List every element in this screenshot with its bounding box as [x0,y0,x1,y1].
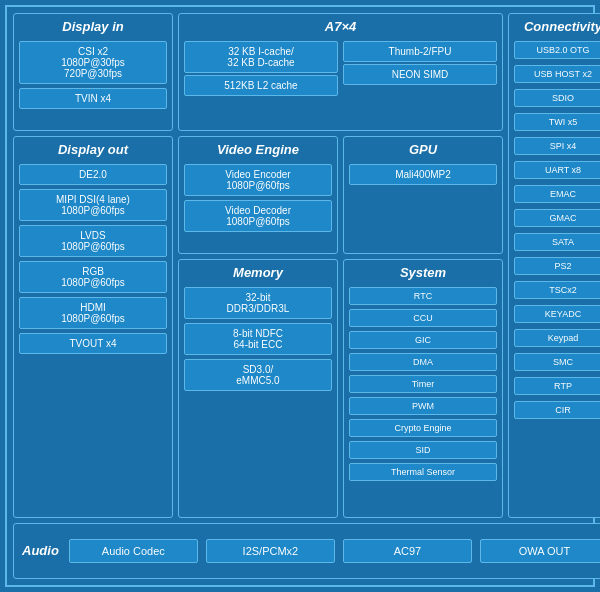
audio-block: Audio Audio Codec I2S/PCMx2 AC97 OWA OUT [13,523,600,579]
a7x4-title: A7×4 [325,19,356,34]
video-decoder: Video Decoder1080P@60fps [184,200,332,232]
conn-sata: SATA [514,233,600,251]
memory-ddr: 32-bitDDR3/DDR3L [184,287,332,319]
conn-keypad: Keypad [514,329,600,347]
conn-gmac: GMAC [514,209,600,227]
display-out-rgb: RGB1080P@60fps [19,261,167,293]
system-gic: GIC [349,331,497,349]
video-engine-block: Video Engine Video Encoder1080P@60fps Vi… [178,136,338,254]
display-out-hdmi: HDMI1080P@60fps [19,297,167,329]
conn-rtp: RTP [514,377,600,395]
audio-codec: Audio Codec [69,539,198,563]
connectivity-title: Connectivity [524,19,600,34]
audio-owa: OWA OUT [480,539,600,563]
display-in-item-tvin: TVIN x4 [19,88,167,109]
conn-tscx2: TSCx2 [514,281,600,299]
display-out-lvds: LVDS1080P@60fps [19,225,167,257]
a7x4-icache: 32 KB I-cache/32 KB D-cache [184,41,338,73]
gpu-title: GPU [409,142,437,157]
connectivity-block: Connectivity USB2.0 OTG USB HOST x2 SDIO… [508,13,600,518]
display-in-block: Display in CSI x21080P@30fps720P@30fps T… [13,13,173,131]
conn-cir: CIR [514,401,600,419]
audio-title: Audio [22,543,59,558]
a7x4-neon: NEON SIMD [343,64,497,85]
video-encoder: Video Encoder1080P@60fps [184,164,332,196]
conn-sdio: SDIO [514,89,600,107]
display-out-title: Display out [58,142,128,157]
system-ccu: CCU [349,309,497,327]
a7x4-l2cache: 512KB L2 cache [184,75,338,96]
gpu-mali: Mali400MP2 [349,164,497,185]
conn-ps2: PS2 [514,257,600,275]
system-title: System [400,265,446,280]
display-out-mipi: MIPI DSI(4 lane)1080P@60fps [19,189,167,221]
display-out-tvout: TVOUT x4 [19,333,167,354]
conn-usbhost: USB HOST x2 [514,65,600,83]
system-thermal: Thermal Sensor [349,463,497,481]
display-out-de: DE2.0 [19,164,167,185]
display-out-block: Display out DE2.0 MIPI DSI(4 lane)1080P@… [13,136,173,518]
chip-diagram: Display in CSI x21080P@30fps720P@30fps T… [5,5,595,587]
conn-keyadc: KEYADC [514,305,600,323]
conn-smc: SMC [514,353,600,371]
memory-block: Memory 32-bitDDR3/DDR3L 8-bit NDFC64-bit… [178,259,338,517]
conn-twi: TWI x5 [514,113,600,131]
video-engine-title: Video Engine [217,142,299,157]
conn-spi: SPI x4 [514,137,600,155]
system-timer: Timer [349,375,497,393]
system-dma: DMA [349,353,497,371]
system-pwm: PWM [349,397,497,415]
conn-usb2otg: USB2.0 OTG [514,41,600,59]
display-in-item-csi: CSI x21080P@30fps720P@30fps [19,41,167,84]
a7x4-thumb: Thumb-2/FPU [343,41,497,62]
system-rtc: RTC [349,287,497,305]
memory-sd: SD3.0/eMMC5.0 [184,359,332,391]
system-sid: SID [349,441,497,459]
connectivity-list: USB2.0 OTG USB HOST x2 SDIO TWI x5 SPI x… [514,39,600,421]
a7x4-block: A7×4 32 KB I-cache/32 KB D-cache 512KB L… [178,13,503,131]
display-in-title: Display in [62,19,123,34]
conn-uart: UART x8 [514,161,600,179]
audio-ac97: AC97 [343,539,472,563]
audio-i2s: I2S/PCMx2 [206,539,335,563]
conn-emac: EMAC [514,185,600,203]
gpu-block: GPU Mali400MP2 [343,136,503,254]
audio-items-list: Audio Codec I2S/PCMx2 AC97 OWA OUT [69,539,600,563]
memory-ndfc: 8-bit NDFC64-bit ECC [184,323,332,355]
system-block: System RTC CCU GIC DMA Timer PWM Crypto … [343,259,503,517]
system-crypto: Crypto Engine [349,419,497,437]
memory-title: Memory [233,265,283,280]
